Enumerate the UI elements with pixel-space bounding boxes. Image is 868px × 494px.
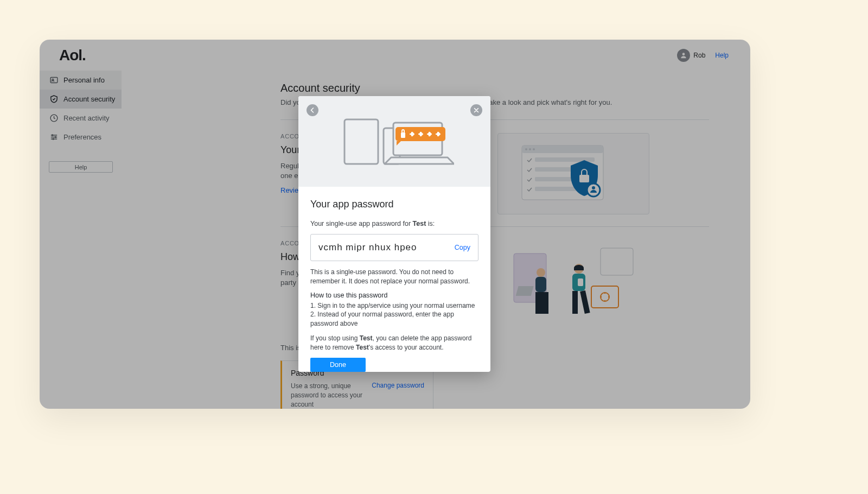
sidebar: Personal info Account security Recent ac… — [40, 71, 122, 173]
sidebar-item-personal-info[interactable]: Personal info — [40, 71, 122, 90]
app-password-value: vcmh mipr nhux hpeo — [318, 242, 417, 253]
svg-rect-32 — [344, 119, 378, 164]
modal-title: Your app password — [310, 199, 478, 210]
app-password-modal: Your app password Your single-use app pa… — [298, 96, 490, 372]
svg-rect-26 — [535, 292, 548, 314]
svg-point-6 — [53, 138, 54, 140]
svg-rect-24 — [535, 277, 546, 292]
done-button[interactable]: Done — [310, 358, 366, 372]
help-link[interactable]: Help — [715, 52, 729, 59]
sidebar-item-label: Recent activity — [63, 114, 110, 122]
svg-point-18 — [592, 186, 595, 189]
devices-illustration — [335, 112, 454, 172]
avatar-icon — [677, 49, 690, 62]
illustration-checklist — [497, 133, 649, 214]
svg-rect-25 — [516, 286, 534, 296]
svg-rect-36 — [401, 132, 405, 138]
svg-rect-20 — [601, 248, 633, 275]
page-title: Account security — [280, 82, 709, 94]
modal-lead: Your single-use app password for Test is… — [310, 220, 478, 227]
svg-point-4 — [52, 135, 53, 136]
back-button[interactable] — [307, 104, 318, 116]
sidebar-item-label: Personal info — [63, 76, 105, 84]
svg-point-0 — [682, 53, 685, 55]
sidebar-item-account-security[interactable]: Account security — [40, 90, 122, 109]
svg-point-9 — [525, 148, 527, 150]
sidebar-help-button[interactable]: Help — [49, 161, 113, 173]
user-chip[interactable]: Rob — [677, 49, 705, 62]
person-card-icon — [49, 75, 59, 85]
sidebar-item-label: Preferences — [63, 133, 101, 141]
svg-point-10 — [529, 148, 531, 150]
svg-point-22 — [601, 293, 609, 301]
svg-point-5 — [55, 136, 56, 137]
svg-rect-21 — [591, 286, 618, 308]
modal-trailer: If you stop using Test, you can delete t… — [310, 334, 478, 352]
card-text: Use a strong, unique password to access … — [291, 382, 365, 409]
change-password-link[interactable]: Change password — [372, 382, 424, 389]
modal-header — [298, 96, 490, 187]
sidebar-item-label: Account security — [63, 95, 115, 103]
copy-button[interactable]: Copy — [455, 244, 470, 251]
illustration-people — [497, 240, 649, 327]
svg-point-11 — [533, 148, 535, 150]
shield-icon — [49, 94, 59, 104]
modal-note: This is a single-use password. You do no… — [310, 268, 478, 286]
header: Aol. Rob Help — [40, 40, 750, 71]
svg-rect-29 — [572, 291, 578, 314]
user-name: Rob — [693, 52, 705, 59]
clock-icon — [49, 113, 59, 123]
logo: Aol. — [59, 47, 86, 64]
svg-rect-31 — [578, 278, 583, 286]
howto-step: 1. Sign in to the app/service using your… — [310, 301, 478, 311]
sidebar-item-preferences[interactable]: Preferences — [40, 128, 122, 147]
svg-point-2 — [52, 79, 54, 80]
svg-rect-1 — [50, 78, 58, 83]
password-box: vcmh mipr nhux hpeo Copy — [310, 234, 478, 261]
sliders-icon — [49, 132, 59, 142]
howto-title: How to use this password — [310, 292, 478, 299]
svg-point-23 — [537, 268, 545, 277]
close-button[interactable] — [470, 104, 482, 116]
sidebar-item-recent-activity[interactable]: Recent activity — [40, 109, 122, 128]
howto-step: 2. Instead of your normal password, ente… — [310, 310, 478, 328]
close-icon — [473, 107, 480, 113]
svg-rect-16 — [579, 175, 589, 182]
chevron-left-icon — [309, 107, 316, 113]
howto-steps: 1. Sign in to the app/service using your… — [310, 301, 478, 328]
svg-rect-30 — [580, 290, 590, 314]
